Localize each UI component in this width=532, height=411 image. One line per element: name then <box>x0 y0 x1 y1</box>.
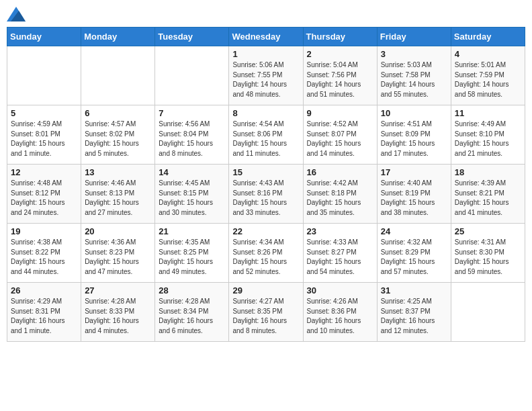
page-header <box>7 7 525 21</box>
day-info: Sunrise: 4:26 AMSunset: 8:36 PMDaylight:… <box>307 297 373 336</box>
calendar-cell <box>451 283 525 342</box>
calendar-cell: 24Sunrise: 4:32 AMSunset: 8:29 PMDayligh… <box>377 224 451 283</box>
day-number: 3 <box>381 49 447 59</box>
day-info: Sunrise: 4:28 AMSunset: 8:34 PMDaylight:… <box>159 297 225 336</box>
calendar-cell: 22Sunrise: 4:34 AMSunset: 8:26 PMDayligh… <box>229 224 303 283</box>
day-number: 1 <box>232 49 299 59</box>
calendar-cell: 16Sunrise: 4:42 AMSunset: 8:18 PMDayligh… <box>303 165 377 224</box>
calendar-cell: 31Sunrise: 4:25 AMSunset: 8:37 PMDayligh… <box>377 283 451 342</box>
calendar-week-row: 1Sunrise: 5:06 AMSunset: 7:55 PMDaylight… <box>7 46 525 105</box>
day-number: 7 <box>159 108 225 118</box>
calendar-header-monday: Monday <box>81 28 155 46</box>
day-info: Sunrise: 4:36 AMSunset: 8:23 PMDaylight:… <box>85 238 151 277</box>
calendar-cell: 25Sunrise: 4:31 AMSunset: 8:30 PMDayligh… <box>451 224 525 283</box>
calendar-week-row: 12Sunrise: 4:48 AMSunset: 8:12 PMDayligh… <box>7 165 525 224</box>
day-number: 8 <box>232 108 299 118</box>
calendar-week-row: 5Sunrise: 4:59 AMSunset: 8:01 PMDaylight… <box>7 105 525 165</box>
day-info: Sunrise: 4:28 AMSunset: 8:33 PMDaylight:… <box>85 297 151 336</box>
calendar-header-row: SundayMondayTuesdayWednesdayThursdayFrid… <box>7 28 525 46</box>
calendar-header-sunday: Sunday <box>7 28 81 46</box>
day-number: 25 <box>455 226 521 236</box>
day-number: 28 <box>159 285 225 295</box>
day-info: Sunrise: 4:43 AMSunset: 8:16 PMDaylight:… <box>232 179 299 218</box>
calendar-cell: 19Sunrise: 4:38 AMSunset: 8:22 PMDayligh… <box>7 224 81 283</box>
calendar-cell: 29Sunrise: 4:27 AMSunset: 8:35 PMDayligh… <box>229 283 303 342</box>
day-info: Sunrise: 4:48 AMSunset: 8:12 PMDaylight:… <box>11 179 77 218</box>
calendar-cell: 20Sunrise: 4:36 AMSunset: 8:23 PMDayligh… <box>81 224 155 283</box>
day-info: Sunrise: 4:39 AMSunset: 8:21 PMDaylight:… <box>455 179 521 218</box>
day-info: Sunrise: 4:35 AMSunset: 8:25 PMDaylight:… <box>159 238 225 277</box>
calendar-cell: 26Sunrise: 4:29 AMSunset: 8:31 PMDayligh… <box>7 283 81 342</box>
day-info: Sunrise: 4:31 AMSunset: 8:30 PMDaylight:… <box>455 238 521 277</box>
calendar-week-row: 19Sunrise: 4:38 AMSunset: 8:22 PMDayligh… <box>7 224 525 283</box>
calendar-cell <box>155 46 229 105</box>
day-number: 31 <box>381 285 447 295</box>
day-info: Sunrise: 4:29 AMSunset: 8:31 PMDaylight:… <box>11 297 77 336</box>
calendar-cell: 2Sunrise: 5:04 AMSunset: 7:56 PMDaylight… <box>303 46 377 105</box>
day-info: Sunrise: 4:46 AMSunset: 8:13 PMDaylight:… <box>85 179 151 218</box>
calendar-table: SundayMondayTuesdayWednesdayThursdayFrid… <box>7 27 525 342</box>
calendar-cell: 9Sunrise: 4:52 AMSunset: 8:07 PMDaylight… <box>303 105 377 165</box>
day-number: 26 <box>11 285 77 295</box>
calendar-cell: 27Sunrise: 4:28 AMSunset: 8:33 PMDayligh… <box>81 283 155 342</box>
calendar-cell: 17Sunrise: 4:40 AMSunset: 8:19 PMDayligh… <box>377 165 451 224</box>
calendar-cell: 7Sunrise: 4:56 AMSunset: 8:04 PMDaylight… <box>155 105 229 165</box>
calendar-cell: 15Sunrise: 4:43 AMSunset: 8:16 PMDayligh… <box>229 165 303 224</box>
day-number: 16 <box>307 167 373 177</box>
day-number: 11 <box>455 108 521 118</box>
day-number: 20 <box>85 226 151 236</box>
day-info: Sunrise: 4:32 AMSunset: 8:29 PMDaylight:… <box>381 238 447 277</box>
calendar-week-row: 26Sunrise: 4:29 AMSunset: 8:31 PMDayligh… <box>7 283 525 342</box>
calendar-cell: 13Sunrise: 4:46 AMSunset: 8:13 PMDayligh… <box>81 165 155 224</box>
day-info: Sunrise: 4:27 AMSunset: 8:35 PMDaylight:… <box>232 297 299 336</box>
calendar-cell <box>7 46 81 105</box>
calendar-header-wednesday: Wednesday <box>229 28 303 46</box>
logo-icon <box>7 7 26 21</box>
calendar-header-thursday: Thursday <box>303 28 377 46</box>
day-number: 30 <box>307 285 373 295</box>
calendar-cell: 12Sunrise: 4:48 AMSunset: 8:12 PMDayligh… <box>7 165 81 224</box>
day-info: Sunrise: 5:03 AMSunset: 7:58 PMDaylight:… <box>381 60 447 99</box>
calendar-cell: 11Sunrise: 4:49 AMSunset: 8:10 PMDayligh… <box>451 105 525 165</box>
calendar-cell: 1Sunrise: 5:06 AMSunset: 7:55 PMDaylight… <box>229 46 303 105</box>
day-number: 12 <box>11 167 77 177</box>
day-info: Sunrise: 4:49 AMSunset: 8:10 PMDaylight:… <box>455 120 521 158</box>
calendar-cell: 8Sunrise: 4:54 AMSunset: 8:06 PMDaylight… <box>229 105 303 165</box>
day-number: 19 <box>11 226 77 236</box>
day-number: 22 <box>232 226 299 236</box>
day-number: 15 <box>232 167 299 177</box>
day-number: 23 <box>307 226 373 236</box>
day-number: 18 <box>455 167 521 177</box>
calendar-header-saturday: Saturday <box>451 28 525 46</box>
calendar-cell: 6Sunrise: 4:57 AMSunset: 8:02 PMDaylight… <box>81 105 155 165</box>
day-info: Sunrise: 5:04 AMSunset: 7:56 PMDaylight:… <box>307 60 373 99</box>
calendar-header-friday: Friday <box>377 28 451 46</box>
day-number: 10 <box>381 108 447 118</box>
day-number: 2 <box>307 49 373 59</box>
day-number: 17 <box>381 167 447 177</box>
day-info: Sunrise: 4:38 AMSunset: 8:22 PMDaylight:… <box>11 238 77 277</box>
day-number: 13 <box>85 167 151 177</box>
calendar-cell: 23Sunrise: 4:33 AMSunset: 8:27 PMDayligh… <box>303 224 377 283</box>
calendar-cell: 18Sunrise: 4:39 AMSunset: 8:21 PMDayligh… <box>451 165 525 224</box>
day-info: Sunrise: 5:06 AMSunset: 7:55 PMDaylight:… <box>232 60 299 99</box>
calendar-cell: 10Sunrise: 4:51 AMSunset: 8:09 PMDayligh… <box>377 105 451 165</box>
day-info: Sunrise: 4:56 AMSunset: 8:04 PMDaylight:… <box>159 120 225 158</box>
day-info: Sunrise: 4:51 AMSunset: 8:09 PMDaylight:… <box>381 120 447 158</box>
day-info: Sunrise: 4:34 AMSunset: 8:26 PMDaylight:… <box>232 238 299 277</box>
day-info: Sunrise: 5:01 AMSunset: 7:59 PMDaylight:… <box>455 60 521 99</box>
day-number: 27 <box>85 285 151 295</box>
calendar-cell <box>81 46 155 105</box>
day-info: Sunrise: 4:25 AMSunset: 8:37 PMDaylight:… <box>381 297 447 336</box>
day-number: 9 <box>307 108 373 118</box>
day-info: Sunrise: 4:33 AMSunset: 8:27 PMDaylight:… <box>307 238 373 277</box>
day-number: 29 <box>232 285 299 295</box>
day-info: Sunrise: 4:42 AMSunset: 8:18 PMDaylight:… <box>307 179 373 218</box>
calendar-cell: 28Sunrise: 4:28 AMSunset: 8:34 PMDayligh… <box>155 283 229 342</box>
calendar-cell: 4Sunrise: 5:01 AMSunset: 7:59 PMDaylight… <box>451 46 525 105</box>
day-info: Sunrise: 4:57 AMSunset: 8:02 PMDaylight:… <box>85 120 151 158</box>
day-info: Sunrise: 4:59 AMSunset: 8:01 PMDaylight:… <box>11 120 77 158</box>
day-number: 5 <box>11 108 77 118</box>
day-number: 14 <box>159 167 225 177</box>
day-info: Sunrise: 4:45 AMSunset: 8:15 PMDaylight:… <box>159 179 225 218</box>
